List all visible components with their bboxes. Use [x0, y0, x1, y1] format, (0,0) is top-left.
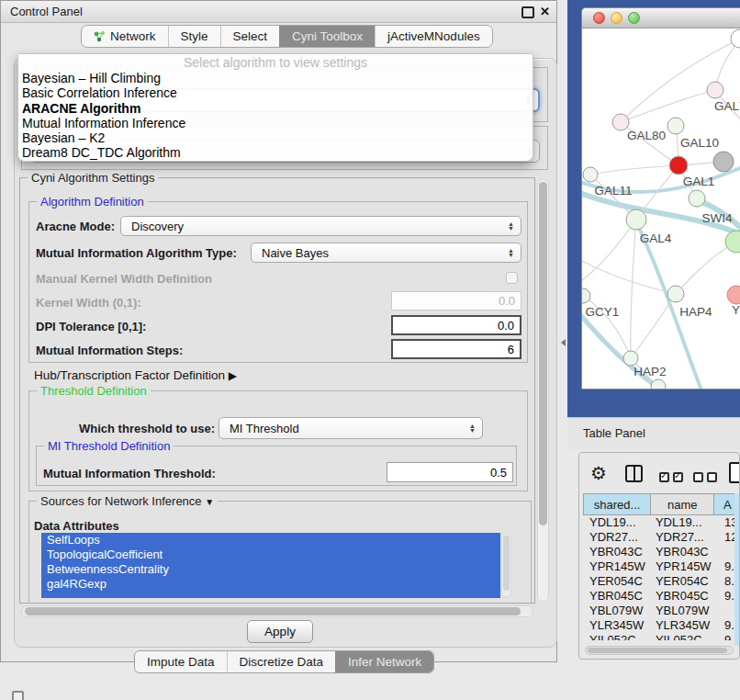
- aracne-mode-label: Aracne Mode:: [36, 220, 115, 233]
- bottom-tab-strip: Impute DataDiscretize DataInfer Network: [134, 650, 434, 673]
- table-cell: YIL052C: [651, 633, 714, 640]
- table-row[interactable]: YLR345WYLR345W9.: [583, 618, 740, 633]
- network-node-gal10[interactable]: [667, 118, 684, 134]
- table-cell: YDR27...: [583, 530, 651, 545]
- tab-discretize-data[interactable]: Discretize Data: [227, 651, 336, 672]
- split-pane-collapse-icon[interactable]: [561, 339, 566, 346]
- network-node-gal4[interactable]: [626, 209, 646, 230]
- table-horizontal-scrollbar[interactable]: [585, 646, 734, 655]
- table-horizontal-scrollbar-thumb[interactable]: [588, 648, 727, 653]
- network-edge[interactable]: [590, 165, 678, 175]
- network-node-gal1[interactable]: [669, 156, 688, 175]
- network-edge[interactable]: [621, 90, 715, 122]
- network-edge[interactable]: [582, 257, 676, 294]
- control-panel-titlebar: Control Panel ✕: [1, 1, 556, 23]
- network-edge[interactable]: [582, 220, 636, 285]
- close-icon[interactable]: ✕: [540, 5, 550, 18]
- network-node[interactable]: [651, 379, 666, 390]
- tab-select[interactable]: Select: [220, 26, 280, 47]
- network-node-y[interactable]: [727, 286, 740, 304]
- hub-definition-section[interactable]: Hub/Transcription Factor Definition ▶: [34, 368, 237, 382]
- table-row[interactable]: YER054CYER054C8.: [583, 574, 740, 589]
- table-panel-titlebar: Table Panel: [567, 417, 740, 449]
- settings-horizontal-scrollbar-thumb[interactable]: [25, 607, 521, 615]
- column-header[interactable]: name: [651, 493, 714, 515]
- table-cell: YBL079W: [651, 604, 714, 618]
- deselect-all-icon[interactable]: [693, 469, 721, 486]
- attribute-item[interactable]: BetweennessCentrality: [41, 562, 500, 577]
- network-window-titlebar: [582, 8, 740, 28]
- table-cell: YBR043C: [651, 545, 714, 559]
- network-canvas[interactable]: GAL7GAL80GAL10GAL1GAL11SWI4GAL4GCY1HAP4Y…: [582, 28, 740, 390]
- attribute-item[interactable]: TopologicalCoefficient: [41, 548, 500, 562]
- network-node-gal7[interactable]: [707, 82, 723, 98]
- document-icon[interactable]: [729, 462, 740, 483]
- kernel-width-field[interactable]: 0.0: [391, 291, 521, 310]
- settings-vertical-scrollbar-thumb[interactable]: [539, 182, 547, 525]
- network-node-hap2[interactable]: [623, 351, 638, 366]
- mi-steps-field[interactable]: 6: [391, 339, 521, 359]
- tab-infer-network[interactable]: Infer Network: [335, 651, 433, 672]
- dpi-tolerance-field[interactable]: 0.0: [391, 315, 521, 335]
- table-cell: YDL19...: [583, 515, 651, 530]
- attribute-item[interactable]: gal4RGexp: [41, 577, 500, 592]
- which-threshold-combobox[interactable]: MI Threshold ▲▼: [219, 417, 483, 439]
- expand-right-icon: ▶: [229, 369, 237, 382]
- table-row[interactable]: YDR27...YDR27...12: [583, 530, 740, 545]
- network-edge[interactable]: [631, 294, 676, 358]
- manual-kernel-width-checkbox[interactable]: [506, 272, 518, 284]
- kernel-width-label: Kernel Width (0,1):: [36, 296, 141, 310]
- mi-algorithm-type-combobox[interactable]: Naive Bayes ▲▼: [251, 243, 521, 263]
- attribute-list-scrollbar[interactable]: [501, 534, 511, 597]
- attribute-item[interactable]: SelfLoops: [41, 533, 500, 548]
- table-row[interactable]: YBL079WYBL079W: [583, 604, 740, 618]
- algorithm-option[interactable]: Dream8 DC_TDC Algorithm: [18, 145, 533, 160]
- column-view-icon[interactable]: [625, 465, 643, 482]
- algorithm-option[interactable]: Mutual Information Inference: [18, 116, 533, 130]
- network-node[interactable]: [713, 152, 734, 172]
- tab-style[interactable]: Style: [168, 26, 220, 47]
- network-node-gcy1[interactable]: [582, 288, 590, 303]
- zoom-traffic-light-icon[interactable]: [628, 12, 640, 24]
- select-all-icon[interactable]: ✓✓: [659, 469, 687, 486]
- algorithm-option[interactable]: Bayesian – K2: [18, 130, 533, 145]
- network-edge[interactable]: [631, 220, 636, 358]
- network-node-swi4[interactable]: [689, 190, 705, 207]
- tab-network[interactable]: Network: [82, 26, 168, 47]
- network-edge[interactable]: [676, 242, 736, 294]
- minimize-traffic-light-icon[interactable]: [611, 12, 622, 24]
- apply-button[interactable]: Apply: [247, 620, 313, 643]
- table-row[interactable]: YPR145WYPR145W9.: [583, 559, 740, 574]
- settings-horizontal-scrollbar[interactable]: [21, 605, 533, 617]
- network-node-gal11[interactable]: [583, 167, 598, 182]
- settings-vertical-scrollbar[interactable]: [537, 179, 549, 602]
- network-view-window: GAL7GAL80GAL10GAL1GAL11SWI4GAL4GCY1HAP4Y…: [581, 7, 740, 390]
- gear-icon[interactable]: ⚙: [590, 462, 607, 484]
- bottom-left-panel-icon[interactable]: [12, 691, 24, 700]
- mi-threshold-field[interactable]: 0.5: [387, 462, 513, 482]
- algorithm-option[interactable]: ARACNE Algorithm: [18, 101, 533, 116]
- which-threshold-value: MI Threshold: [230, 422, 299, 435]
- tab-impute-data[interactable]: Impute Data: [135, 651, 227, 672]
- table-row[interactable]: YBR043CYBR043C: [583, 545, 740, 559]
- network-node-hap4[interactable]: [667, 286, 684, 302]
- mi-threshold-definition-legend: MI Threshold Definition: [44, 439, 174, 453]
- algorithm-option[interactable]: Bayesian – Hill Climbing: [18, 71, 533, 85]
- table-cell: YER054C: [583, 574, 651, 589]
- table-cell: YBR045C: [651, 589, 714, 604]
- tab-jactivemnodules[interactable]: jActiveMNodules: [375, 26, 492, 47]
- tab-cyni-toolbox[interactable]: Cyni Toolbox: [279, 26, 375, 47]
- float-window-icon[interactable]: [521, 6, 534, 18]
- network-node[interactable]: [725, 231, 740, 253]
- mi-algorithm-type-value: Naive Bayes: [262, 246, 329, 260]
- attribute-list-scrollbar-thumb[interactable]: [503, 536, 510, 591]
- table-row[interactable]: YDL19...YDL19...13: [583, 515, 740, 530]
- column-header[interactable]: shared...: [583, 493, 651, 515]
- aracne-mode-combobox[interactable]: Discovery ▲▼: [120, 216, 521, 236]
- table-row[interactable]: YIL052CYIL052C9: [583, 633, 740, 640]
- table-row[interactable]: YBR045CYBR045C9.: [583, 589, 740, 604]
- close-traffic-light-icon[interactable]: [593, 12, 605, 24]
- network-node[interactable]: [731, 29, 740, 48]
- node-label: HAP2: [633, 365, 666, 378]
- algorithm-option[interactable]: Basic Correlation Inference: [18, 85, 533, 100]
